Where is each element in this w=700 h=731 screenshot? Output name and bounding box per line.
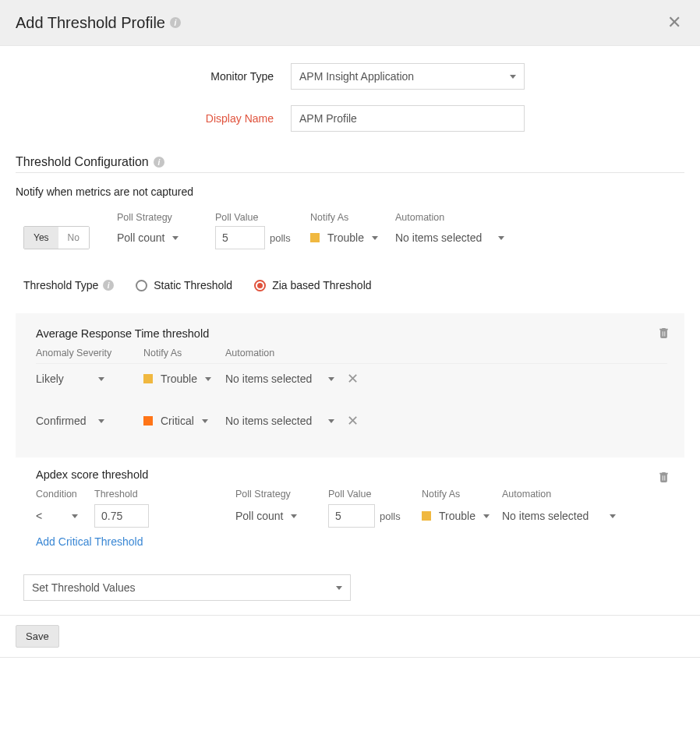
caret-down-icon xyxy=(98,419,104,423)
col-automation: Automation xyxy=(395,212,520,223)
row-remove-button[interactable]: ✕ xyxy=(341,370,365,387)
caret-down-icon xyxy=(498,236,504,240)
radio-zia[interactable]: Zia based Threshold xyxy=(254,279,371,291)
dd-notify-as[interactable]: Trouble xyxy=(310,231,395,244)
col-poll-strategy: Poll Strategy xyxy=(117,212,215,223)
input-display-name[interactable] xyxy=(299,112,516,125)
row-remove-button[interactable]: ✕ xyxy=(341,412,365,429)
dd-automation[interactable]: No items selected xyxy=(395,231,504,244)
threshold-type-row: Threshold Type i Static Threshold Zia ba… xyxy=(23,279,684,291)
col-automation: Automation xyxy=(502,489,627,500)
select-monitor-type[interactable]: APM Insight Application xyxy=(291,63,525,90)
threshold-type-label: Threshold Type xyxy=(23,279,98,291)
notify-grid-header: Poll Strategy Poll Value Notify As Autom… xyxy=(16,212,684,223)
caret-down-icon xyxy=(336,586,342,590)
dd-apdex-automation-value: No items selected xyxy=(502,510,589,522)
input-poll-value[interactable] xyxy=(215,226,265,249)
select-set-threshold[interactable]: Set Threshold Values xyxy=(23,574,351,601)
panel-response-title: Average Response Time threshold xyxy=(36,327,667,340)
col-threshold: Threshold xyxy=(94,489,235,500)
status-critical-icon xyxy=(143,416,153,426)
dd-severity[interactable]: Likely xyxy=(36,373,104,385)
input-apdex-poll-value[interactable] xyxy=(328,504,375,528)
delete-apdex-button[interactable] xyxy=(659,471,669,485)
dd-apdex-automation[interactable]: No items selected xyxy=(502,510,616,522)
col-notify-as: Notify As xyxy=(310,212,395,223)
dd-row-automation[interactable]: No items selected xyxy=(225,415,334,427)
radio-icon-selected xyxy=(254,280,266,291)
section-threshold-config-title: Threshold Configuration i xyxy=(16,155,684,169)
panel-response-time: Average Response Time threshold Anomaly … xyxy=(16,313,684,457)
apdex-row: < Poll count polls Trouble xyxy=(36,504,667,528)
modal-title: Add Threshold Profile xyxy=(16,14,165,32)
radio-static[interactable]: Static Threshold xyxy=(136,279,232,291)
modal-header: Add Threshold Profile i ✕ xyxy=(0,0,700,46)
row-monitor-type: Monitor Type APM Insight Application xyxy=(16,63,684,90)
toggle-yes[interactable]: Yes xyxy=(24,227,58,249)
col-notify-as: Notify As xyxy=(422,489,502,500)
caret-down-icon xyxy=(72,514,78,518)
dd-apdex-notify-value: Trouble xyxy=(439,510,476,522)
col-poll-value: Poll Value xyxy=(328,489,422,500)
save-button[interactable]: Save xyxy=(16,625,59,648)
dd-severity-value: Likely xyxy=(36,373,64,385)
modal-title-wrap: Add Threshold Profile i xyxy=(16,14,181,32)
dd-condition[interactable]: < xyxy=(36,510,78,522)
panel-apdex: Apdex score threshold Condition Threshol… xyxy=(16,457,684,554)
polls-label: polls xyxy=(380,510,401,522)
caret-down-icon xyxy=(205,377,211,381)
info-icon[interactable]: i xyxy=(103,280,114,291)
section-title-text: Threshold Configuration xyxy=(16,155,149,169)
response-row: Likely Trouble No items selected ✕ xyxy=(36,370,667,387)
col-poll-strategy: Poll Strategy xyxy=(235,489,328,500)
caret-down-icon xyxy=(172,236,179,240)
dd-condition-value: < xyxy=(36,510,42,522)
dd-row-notify[interactable]: Critical xyxy=(143,415,225,427)
dd-apdex-poll-strategy[interactable]: Poll count xyxy=(235,510,328,522)
status-trouble-icon xyxy=(422,511,431,521)
toggle-notify[interactable]: Yes No xyxy=(23,226,90,249)
dd-row-automation[interactable]: No items selected xyxy=(225,373,334,385)
caret-down-icon xyxy=(510,75,516,79)
apdex-panel-header: Condition Threshold Poll Strategy Poll V… xyxy=(36,489,667,500)
trash-icon xyxy=(659,471,669,482)
radio-static-label: Static Threshold xyxy=(154,279,232,291)
caret-down-icon xyxy=(483,514,490,518)
caret-down-icon xyxy=(328,419,334,423)
col-condition: Condition xyxy=(36,489,94,500)
polls-label: polls xyxy=(270,232,291,244)
dd-poll-strategy[interactable]: Poll count xyxy=(117,231,215,244)
label-display-name: Display Name xyxy=(16,112,291,125)
dd-apdex-pollstrat-value: Poll count xyxy=(235,510,283,522)
response-row: Confirmed Critical No items selected ✕ xyxy=(36,412,667,429)
close-button[interactable]: ✕ xyxy=(664,12,684,33)
dd-apdex-notify[interactable]: Trouble xyxy=(422,510,502,522)
info-icon[interactable]: i xyxy=(170,17,181,28)
close-icon: ✕ xyxy=(347,413,359,429)
info-icon[interactable]: i xyxy=(154,157,164,168)
dd-severity[interactable]: Confirmed xyxy=(36,415,104,427)
dd-row-automation-value: No items selected xyxy=(225,373,312,385)
caret-down-icon xyxy=(328,377,334,381)
caret-down-icon xyxy=(202,419,208,423)
radio-zia-label: Zia based Threshold xyxy=(272,279,371,291)
caret-down-icon xyxy=(291,514,297,518)
caret-down-icon xyxy=(610,514,616,518)
caret-down-icon xyxy=(98,377,104,381)
panel-divider xyxy=(36,363,667,364)
col-automation: Automation xyxy=(225,348,341,358)
caret-down-icon xyxy=(372,236,378,240)
col-notify-as: Notify As xyxy=(143,348,225,358)
toggle-no[interactable]: No xyxy=(58,227,89,249)
status-trouble-icon xyxy=(143,374,153,383)
dd-automation-value: No items selected xyxy=(395,231,482,244)
dd-row-notify[interactable]: Trouble xyxy=(143,373,225,385)
close-icon: ✕ xyxy=(347,371,359,387)
select-set-threshold-value: Set Threshold Values xyxy=(32,581,136,594)
trash-icon xyxy=(659,327,669,338)
delete-response-button[interactable] xyxy=(659,327,669,341)
input-threshold[interactable] xyxy=(94,504,149,528)
col-poll-value: Poll Value xyxy=(215,212,310,223)
select-monitor-type-value: APM Insight Application xyxy=(299,70,414,83)
add-critical-link[interactable]: Add Critical Threshold xyxy=(36,535,143,548)
